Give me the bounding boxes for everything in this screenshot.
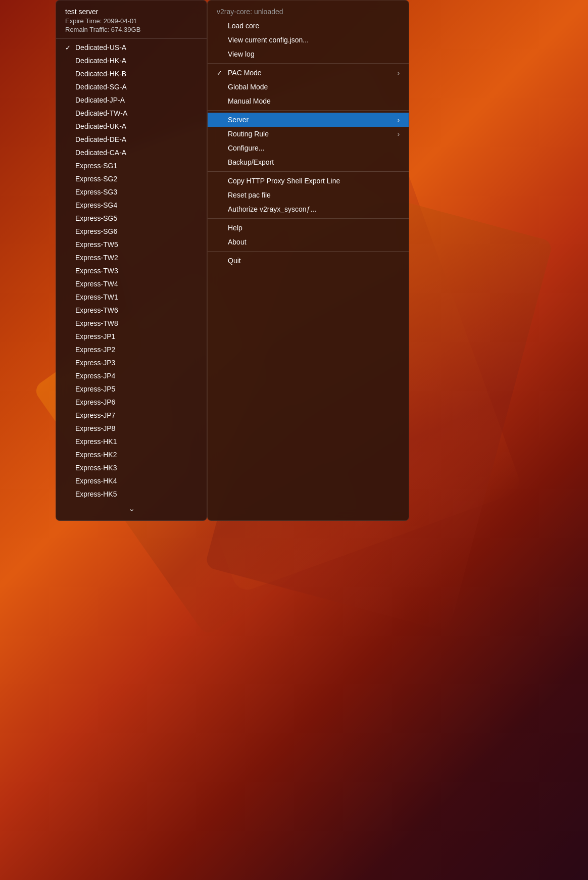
server-item[interactable]: Express-TW3 xyxy=(56,264,207,277)
main-menu-item[interactable]: Backup/Export xyxy=(208,155,409,169)
arrow-icon: › xyxy=(398,130,400,138)
server-item[interactable]: Express-JP7 xyxy=(56,409,207,422)
server-name: test server xyxy=(65,8,198,16)
server-traffic: Remain Traffic: 674.39GB xyxy=(56,25,207,36)
server-item[interactable]: Dedicated-DE-A xyxy=(56,133,207,146)
main-item-label: Backup/Export xyxy=(228,158,274,166)
server-item-label: Dedicated-US-A xyxy=(75,43,126,52)
server-item[interactable]: Dedicated-JP-A xyxy=(56,93,207,107)
menu-divider xyxy=(208,251,409,252)
main-menu-item[interactable]: Quit xyxy=(208,254,409,268)
server-item[interactable]: Express-SG6 xyxy=(56,225,207,238)
main-menu-item[interactable]: Help xyxy=(208,221,409,235)
server-item[interactable]: Express-HK1 xyxy=(56,435,207,448)
server-item[interactable]: Express-JP4 xyxy=(56,369,207,382)
main-menu-item[interactable]: Authorize v2rayx_sysconƒ... xyxy=(208,202,409,216)
server-item-label: Dedicated-HK-A xyxy=(75,57,126,65)
server-item-label: Dedicated-HK-B xyxy=(75,70,126,78)
main-menu-item[interactable]: About xyxy=(208,235,409,249)
server-item-label: Express-JP4 xyxy=(75,372,115,380)
server-item[interactable]: Dedicated-UK-A xyxy=(56,120,207,133)
server-item-label: Express-TW8 xyxy=(75,319,118,327)
server-item-label: Express-HK4 xyxy=(75,477,117,485)
server-item-label: Dedicated-UK-A xyxy=(75,122,126,130)
main-menu-item[interactable]: Routing Rule› xyxy=(208,127,409,141)
divider-top xyxy=(56,38,207,39)
server-item[interactable]: Dedicated-SG-A xyxy=(56,80,207,93)
main-menu-item[interactable]: View current config.json... xyxy=(208,33,409,47)
checkmark-icon: ✓ xyxy=(217,69,225,77)
main-menu-item[interactable]: Copy HTTP Proxy Shell Export Line xyxy=(208,174,409,188)
server-list: ✓Dedicated-US-ADedicated-HK-ADedicated-H… xyxy=(56,41,207,501)
server-item[interactable]: Dedicated-HK-A xyxy=(56,54,207,67)
server-item-label: Express-TW1 xyxy=(75,293,118,301)
server-item[interactable]: Express-SG3 xyxy=(56,185,207,199)
menus-container: test server Expire Time: 2099-04-01 Rema… xyxy=(56,0,409,521)
server-item[interactable]: Express-JP3 xyxy=(56,356,207,369)
server-item[interactable]: Express-TW8 xyxy=(56,317,207,330)
main-menu-item[interactable]: Reset pac file xyxy=(208,188,409,202)
server-item[interactable]: Express-SG5 xyxy=(56,212,207,225)
server-item-label: Dedicated-CA-A xyxy=(75,149,126,157)
main-item-label: View current config.json... xyxy=(228,36,309,44)
server-item-label: Express-JP1 xyxy=(75,332,115,340)
server-item[interactable]: Express-HK3 xyxy=(56,461,207,474)
server-item[interactable]: Express-TW4 xyxy=(56,277,207,290)
server-item-label: Express-SG4 xyxy=(75,201,117,209)
server-item-label: Express-TW3 xyxy=(75,267,118,275)
server-item[interactable]: Express-JP5 xyxy=(56,382,207,396)
scroll-indicator[interactable]: ⌄ xyxy=(56,501,207,516)
main-menu-item[interactable]: Load core xyxy=(208,19,409,33)
server-item-label: Express-SG3 xyxy=(75,188,117,196)
server-item[interactable]: Dedicated-CA-A xyxy=(56,146,207,159)
arrow-icon: › xyxy=(398,116,400,124)
server-item-label: Express-HK1 xyxy=(75,437,117,446)
server-item-label: Express-HK5 xyxy=(75,490,117,498)
server-expire: Expire Time: 2099-04-01 xyxy=(56,17,207,25)
main-item-label: Global Mode xyxy=(228,83,268,91)
server-item[interactable]: Express-JP1 xyxy=(56,330,207,343)
main-item-label: Server xyxy=(228,116,249,124)
main-menu-item[interactable]: Server› xyxy=(208,113,409,127)
main-item-label: Authorize v2rayx_sysconƒ... xyxy=(228,205,316,213)
server-item[interactable]: Express-HK4 xyxy=(56,474,207,487)
server-item[interactable]: Express-JP8 xyxy=(56,422,207,435)
server-item-label: Express-TW6 xyxy=(75,306,118,314)
server-item[interactable]: Express-TW1 xyxy=(56,290,207,304)
server-item[interactable]: Express-JP2 xyxy=(56,343,207,356)
server-item[interactable]: Dedicated-HK-B xyxy=(56,67,207,80)
main-panel: v2ray-core: unloaded Load coreView curre… xyxy=(207,0,409,521)
server-item[interactable]: ✓Dedicated-US-A xyxy=(56,41,207,54)
server-item-label: Express-TW5 xyxy=(75,240,118,249)
server-item-label: Express-SG1 xyxy=(75,162,117,170)
server-item[interactable]: Express-TW5 xyxy=(56,238,207,251)
server-item-label: Express-JP5 xyxy=(75,385,115,393)
server-item-label: Express-HK2 xyxy=(75,451,117,459)
server-item[interactable]: Express-SG1 xyxy=(56,159,207,172)
server-item[interactable]: Express-SG2 xyxy=(56,172,207,185)
server-item[interactable]: Express-JP6 xyxy=(56,396,207,409)
main-menu-item[interactable]: Global Mode xyxy=(208,80,409,94)
main-menu-item[interactable]: ✓PAC Mode› xyxy=(208,66,409,80)
menu-divider xyxy=(208,110,409,111)
menu-divider xyxy=(208,218,409,219)
server-item[interactable]: Express-TW6 xyxy=(56,304,207,317)
main-item-label: PAC Mode xyxy=(228,69,262,77)
main-menu-list: Load coreView current config.json...View… xyxy=(208,19,409,268)
server-item-label: Express-JP6 xyxy=(75,398,115,406)
server-item-label: Express-JP7 xyxy=(75,411,115,419)
main-menu-item[interactable]: Manual Mode xyxy=(208,94,409,108)
main-menu-item[interactable]: Configure... xyxy=(208,141,409,155)
main-item-label: Load core xyxy=(228,22,259,30)
server-header: test server xyxy=(56,5,207,17)
server-item[interactable]: Express-TW2 xyxy=(56,251,207,264)
server-panel: test server Expire Time: 2099-04-01 Rema… xyxy=(56,0,207,521)
server-item-label: Dedicated-SG-A xyxy=(75,83,127,91)
server-item-label: Express-HK3 xyxy=(75,464,117,472)
server-item[interactable]: Dedicated-TW-A xyxy=(56,107,207,120)
main-menu-item[interactable]: View log xyxy=(208,47,409,61)
server-item[interactable]: Express-SG4 xyxy=(56,199,207,212)
server-item[interactable]: Express-HK2 xyxy=(56,448,207,461)
server-item[interactable]: Express-HK5 xyxy=(56,487,207,501)
server-item-label: Express-TW4 xyxy=(75,280,118,288)
